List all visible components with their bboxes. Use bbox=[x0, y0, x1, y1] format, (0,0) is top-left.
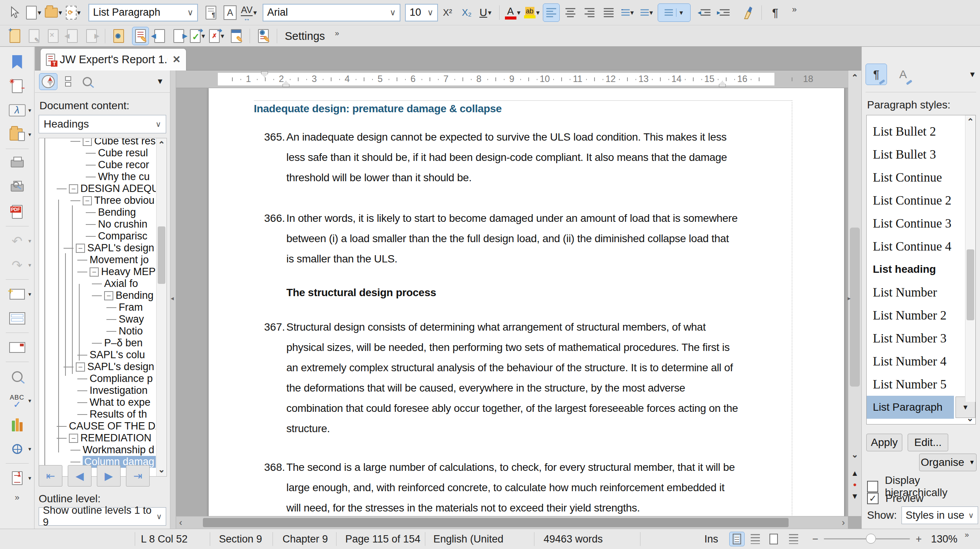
tree-item-label[interactable]: Cube resul bbox=[98, 147, 148, 159]
navigator-tree-item[interactable]: What to expe bbox=[39, 397, 156, 408]
chevron-down-icon[interactable]: ▾ bbox=[630, 8, 634, 17]
navigator-tree-item[interactable]: Movement jo bbox=[39, 254, 156, 266]
navigator-menu-chevron[interactable]: ▼ bbox=[156, 77, 167, 86]
tree-item-label[interactable]: SAPL's colu bbox=[90, 349, 145, 361]
cursor-tool-icon[interactable] bbox=[7, 3, 23, 22]
navigator-tree-item[interactable]: CAUSE OF THE DA bbox=[39, 420, 156, 432]
collapse-box-icon[interactable]: − bbox=[83, 196, 92, 205]
tree-item-label[interactable]: Fram bbox=[119, 302, 143, 313]
zoom-in-icon[interactable]: + bbox=[916, 533, 922, 545]
formula-button[interactable]: λ▾ bbox=[1, 98, 34, 122]
split-navigator-button[interactable] bbox=[60, 72, 77, 91]
navigator-tree-item[interactable]: −SAPL's design d bbox=[39, 361, 156, 373]
document-page[interactable]: Inadequate design: premature damage & co… bbox=[209, 88, 844, 516]
tree-item-label[interactable]: P–δ ben bbox=[104, 337, 143, 349]
tree-item-label[interactable]: REMEDIATION bbox=[80, 432, 152, 444]
next-page-icon[interactable]: ▼ bbox=[848, 492, 861, 501]
tree-item-label[interactable]: CAUSE OF THE DA bbox=[69, 420, 156, 432]
font-size-combo[interactable]: 10∨ bbox=[405, 4, 438, 21]
tree-item-label[interactable]: Heavy MEP rc bbox=[101, 266, 156, 278]
print-button[interactable] bbox=[1, 151, 34, 175]
collapse-box-icon[interactable]: − bbox=[104, 291, 113, 300]
navigator-tree-item[interactable]: Workmanship d bbox=[39, 444, 156, 456]
tree-scrollbar[interactable]: ⌃ ⌄ bbox=[156, 138, 167, 476]
chevron-down-icon[interactable]: ▾ bbox=[28, 238, 31, 244]
word-count-status[interactable]: 49463 words bbox=[544, 533, 603, 545]
tree-item-label[interactable]: Axial fo bbox=[104, 278, 138, 290]
font-name-combo[interactable]: Arial∨ bbox=[263, 4, 400, 21]
navigator-tree-item[interactable]: Notio bbox=[39, 325, 156, 337]
insert-section-button[interactable] bbox=[1, 306, 34, 330]
chevron-down-icon[interactable]: ▾ bbox=[77, 8, 81, 17]
chapter-status[interactable]: Chapter 9 bbox=[283, 533, 328, 545]
edit-button[interactable]: Edit... bbox=[908, 434, 948, 451]
navigator-tree-item[interactable]: P–δ ben bbox=[39, 337, 156, 349]
align-right-button[interactable] bbox=[581, 3, 598, 22]
tree-item-label[interactable]: Notio bbox=[119, 325, 143, 337]
chevron-down-icon[interactable]: ▾ bbox=[59, 8, 62, 17]
next-comment-button[interactable]: ▶ bbox=[83, 27, 100, 45]
navigator-tree-item[interactable]: Sway bbox=[39, 313, 156, 325]
navigator-tree-item[interactable]: −Heavy MEP rc bbox=[39, 266, 156, 278]
scroll-up-icon[interactable]: ⌃ bbox=[157, 140, 167, 150]
clone-formatting-button[interactable] bbox=[740, 3, 756, 22]
tree-item-label[interactable]: Sway bbox=[119, 313, 144, 325]
navigator-tree-item[interactable]: −Cube test res bbox=[39, 138, 156, 147]
navigate-by-icon[interactable]: ● bbox=[848, 481, 861, 488]
organise-button[interactable]: Organise▼ bbox=[919, 454, 977, 471]
style-item-label[interactable]: List Paragraph bbox=[867, 396, 954, 419]
navigator-tree-item[interactable]: Results of th bbox=[39, 408, 156, 420]
insert-comment-button[interactable]: ＋ bbox=[7, 27, 23, 45]
formatting-marks-button[interactable]: ¶ bbox=[767, 3, 784, 22]
tree-item-label[interactable]: Bending bbox=[98, 206, 136, 218]
track-changes-page-button[interactable]: ✳− bbox=[1, 74, 34, 98]
previous-change-button[interactable]: ◀ bbox=[151, 27, 168, 45]
tree-item-label[interactable]: What to expe bbox=[90, 397, 150, 408]
underline-button[interactable]: U▾ bbox=[477, 3, 494, 22]
tree-item-label[interactable]: Cube recor bbox=[98, 159, 149, 171]
multi-page-view-button[interactable] bbox=[748, 532, 763, 546]
show-comments-button[interactable]: ◉ bbox=[110, 27, 127, 45]
reject-change-button[interactable]: ✗➔▾ bbox=[209, 27, 225, 45]
vertical-scrollbar[interactable]: ⌃ ⌄ ▲ ● ▼ bbox=[848, 70, 861, 516]
cursor-position-status[interactable]: L 8 Col 52 bbox=[141, 533, 188, 545]
close-icon[interactable]: ✕ bbox=[172, 54, 181, 66]
tree-item-label[interactable]: Results of th bbox=[90, 408, 147, 420]
tree-item-label[interactable]: Bending bbox=[116, 290, 154, 302]
chevron-down-icon[interactable]: ▾ bbox=[28, 291, 31, 298]
navigation-toggle-button[interactable] bbox=[39, 73, 57, 90]
navigator-tree-item[interactable]: −SAPL's design w bbox=[39, 242, 156, 254]
style-list-item[interactable]: List Bullet 3 bbox=[867, 143, 975, 166]
last-heading-button[interactable]: ⇥ bbox=[126, 465, 150, 487]
zoom-slider-knob[interactable] bbox=[866, 534, 876, 544]
display-hierarchically-checkbox[interactable] bbox=[867, 481, 878, 492]
toolbar-overflow-button[interactable]: » bbox=[786, 3, 803, 22]
chevron-down-icon[interactable]: ▾ bbox=[28, 131, 31, 138]
styles-scrollbar[interactable]: ⌃ bbox=[965, 115, 975, 402]
find-button[interactable] bbox=[1, 364, 34, 388]
navigator-tree-item[interactable]: Cube recor bbox=[39, 159, 156, 171]
content-filter-combo[interactable]: Headings∨ bbox=[39, 115, 166, 133]
paragraph-styles-toggle[interactable]: ¶ bbox=[866, 64, 887, 85]
language-status[interactable]: English (United bbox=[433, 533, 503, 545]
navigator-tree-item[interactable]: −Bending bbox=[39, 290, 156, 302]
chevron-down-icon[interactable]: ▾ bbox=[676, 8, 683, 17]
leftbar-overflow-button[interactable]: » bbox=[1, 490, 34, 505]
new-document-button[interactable]: ▾ bbox=[26, 3, 42, 22]
tree-item-label[interactable]: Workmanship d bbox=[83, 444, 154, 456]
overflow-icon[interactable]: » bbox=[335, 29, 339, 38]
tree-item-label[interactable]: SAPL's design w bbox=[87, 242, 156, 254]
next-change-button[interactable]: ▶ bbox=[170, 27, 187, 45]
chevron-down-icon[interactable]: ∨ bbox=[427, 8, 433, 18]
chevron-down-icon[interactable]: ▾ bbox=[38, 8, 41, 17]
highlight-color-button[interactable]: ab▾ bbox=[524, 3, 541, 22]
open-document-button[interactable]: ▾ bbox=[45, 3, 63, 22]
page-status[interactable]: Page 115 of 154 bbox=[345, 533, 420, 545]
tree-item-label[interactable]: Movement jo bbox=[90, 254, 149, 266]
style-list-item[interactable]: List Continue bbox=[867, 166, 975, 189]
horizontal-scrollbar[interactable]: ‹ › bbox=[176, 516, 848, 529]
chevron-down-icon[interactable]: ▾ bbox=[650, 8, 653, 17]
style-list-item[interactable]: List Bullet 2 bbox=[867, 120, 975, 143]
document-tab[interactable]: T JW Expert's Report 1.00.... ✕ bbox=[40, 48, 186, 70]
zoom-out-icon[interactable]: − bbox=[812, 533, 818, 545]
